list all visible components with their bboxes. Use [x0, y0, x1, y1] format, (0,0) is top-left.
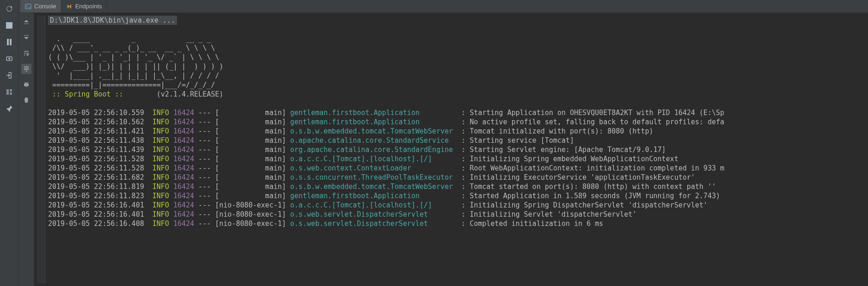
svg-rect-8	[25, 4, 31, 9]
console-line: 2019-05-05 22:56:16.408 INFO 16424 --- […	[48, 219, 868, 228]
console-line	[48, 25, 868, 34]
svg-point-4	[8, 58, 10, 60]
console-line: 2019-05-05 22:56:10.559 INFO 16424 --- […	[48, 108, 868, 117]
endpoints-icon	[66, 3, 73, 10]
console-line: ' |____| .__|_| |_|_| |_\__, | / / / /	[48, 71, 868, 80]
tab-console[interactable]: Console	[20, 0, 61, 12]
console-icon	[25, 3, 31, 10]
console-line: ( ( )\___ | '_ | '_| | '_ \/ _` | \ \ \ …	[48, 53, 868, 62]
console-line: 2019-05-05 22:56:11.438 INFO 16424 --- […	[48, 136, 868, 145]
tab-console-label: Console	[34, 3, 56, 10]
down-stack-icon[interactable]	[21, 32, 31, 43]
console-output[interactable]: D:\JDK1.8\JDK\bin\java.exe ... . ____ _ …	[34, 13, 868, 286]
console-line: 2019-05-05 22:56:16.401 INFO 16424 --- […	[48, 210, 868, 219]
tab-endpoints-label: Endpoints	[75, 3, 102, 10]
dump-threads-button[interactable]	[3, 53, 15, 65]
console-line: /\\ / ___'_ __ _ _(_)_ __ __ _ \ \ \ \	[48, 43, 868, 53]
stop-button[interactable]	[3, 19, 15, 31]
pause-button[interactable]	[3, 36, 15, 48]
soft-wrap-icon[interactable]	[21, 48, 31, 58]
console-left-margin	[37, 16, 45, 283]
svg-rect-0	[6, 22, 12, 29]
console-line: 2019-05-05 22:56:11.528 INFO 16424 --- […	[48, 154, 868, 164]
svg-rect-6	[10, 89, 12, 91]
layout-settings-button[interactable]	[3, 86, 15, 98]
svg-rect-9	[24, 82, 28, 84]
console-line: \\/ ___)| |_)| | | | | || (_| | ) ) ) )	[48, 62, 868, 71]
console-line: :: Spring Boot :: (v2.1.4.RELEASE)	[48, 90, 868, 99]
console-line: 2019-05-05 22:56:16.401 INFO 16424 --- […	[48, 201, 868, 210]
scroll-to-end-icon[interactable]	[21, 64, 31, 74]
svg-rect-1	[7, 39, 9, 45]
console-line: =========|_|==============|___/=/_/_/_/	[48, 80, 868, 90]
tab-endpoints[interactable]: Endpoints	[61, 0, 107, 12]
console-line: 2019-05-05 22:56:11.819 INFO 16424 --- […	[48, 182, 868, 191]
svg-rect-5	[6, 89, 9, 95]
svg-rect-2	[10, 39, 12, 45]
console-line: 2019-05-05 22:56:11.439 INFO 16424 --- […	[48, 145, 868, 154]
exit-button[interactable]	[3, 69, 15, 81]
up-stack-icon[interactable]	[21, 17, 31, 27]
pin-button[interactable]	[3, 103, 15, 115]
console-line: 2019-05-05 22:56:11.528 INFO 16424 --- […	[48, 164, 868, 173]
tool-window-tabs: Console Endpoints	[18, 0, 868, 13]
console-line: 2019-05-05 22:56:11.682 INFO 16424 --- […	[48, 173, 868, 182]
console-line: 2019-05-05 22:56:11.823 INFO 16424 --- […	[48, 191, 868, 201]
console-line: . ____ _ __ _ _	[48, 34, 868, 43]
run-toolbar	[0, 0, 18, 286]
console-line: 2019-05-05 22:56:11.421 INFO 16424 --- […	[48, 127, 868, 136]
print-icon[interactable]	[21, 79, 31, 90]
clear-all-icon[interactable]	[21, 95, 31, 105]
svg-rect-11	[25, 85, 28, 87]
command-line: D:\JDK1.8\JDK\bin\java.exe ...	[48, 16, 868, 25]
console-line	[48, 99, 868, 108]
console-line: 2019-05-05 22:56:10.562 INFO 16424 --- […	[48, 117, 868, 127]
svg-rect-7	[10, 92, 12, 95]
rerun-button[interactable]	[3, 3, 15, 15]
console-gutter	[18, 13, 34, 286]
